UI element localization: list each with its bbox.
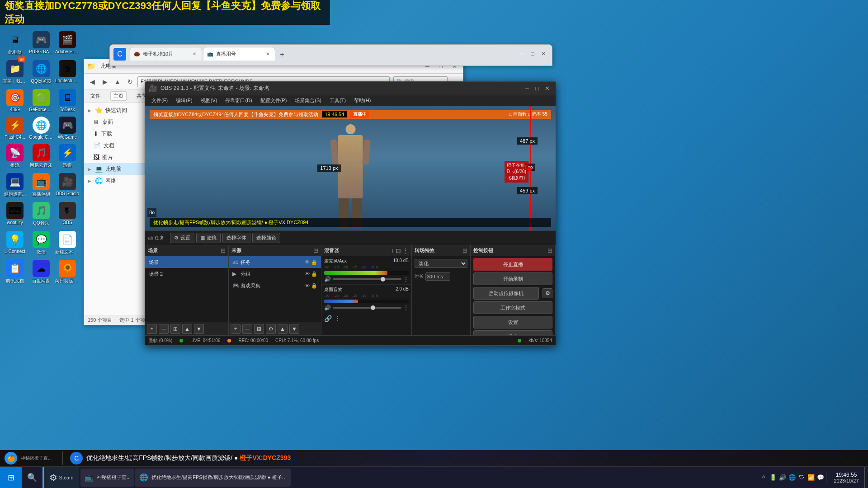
chrome-tab-2[interactable]: 📺 直播用号 ✕: [203, 47, 275, 61]
chrome-maximize-btn[interactable]: □: [528, 49, 538, 59]
obs-sources-add-btn[interactable]: +: [231, 324, 241, 334]
obs-mixer-del-icon[interactable]: ⊟: [396, 247, 401, 254]
exp-up-btn[interactable]: ▲: [112, 76, 123, 87]
icon-sunflower[interactable]: 🌻 向日葵远程控制: [55, 258, 80, 286]
icon-flashc4[interactable]: ⚡ FlashC4...: [2, 115, 28, 141]
obs-scene-item-2[interactable]: 场景 2: [145, 268, 228, 280]
icon-complete[interactable]: 完! 📁 完美！我被...: [2, 58, 28, 86]
taskbar-steam-item[interactable]: ⚙ Steam: [42, 467, 79, 488]
obs-menu-scene[interactable]: 场景集合(S): [291, 96, 325, 105]
obs-sources-down-btn[interactable]: ▼: [289, 324, 299, 334]
obs-controls-collapse-icon[interactable]: ⊟: [547, 247, 552, 254]
taskbar-start-btn[interactable]: ⊞: [0, 467, 22, 488]
exp-forward-btn[interactable]: ▶: [99, 76, 110, 87]
chrome-tab-1[interactable]: 🌰 榛子礼物10月 ✕: [130, 47, 202, 61]
icon-163music[interactable]: 🎵 网易云音乐: [28, 142, 54, 170]
notif-volume-icon[interactable]: 🔊: [778, 474, 787, 482]
obs-scenes-up-btn[interactable]: ▲: [182, 324, 192, 334]
taskbar-item-zhibo[interactable]: 📺 神秘痞橙子直...: [80, 469, 134, 487]
icon-todesk[interactable]: 🖥 ToDesk: [55, 87, 80, 114]
notif-chat-icon[interactable]: 💬: [816, 474, 825, 482]
obs-close-btn[interactable]: ✕: [542, 84, 552, 94]
icon-tuili[interactable]: 📡 推流: [2, 142, 28, 170]
icon-wootility[interactable]: ⌨ wootility: [2, 200, 28, 228]
obs-transitions-collapse-icon[interactable]: ⊟: [462, 247, 467, 254]
icon-newtxt[interactable]: 📄 新建文本文档.txt: [55, 229, 80, 257]
icon-obs-old[interactable]: 🎙 OBS: [55, 200, 80, 228]
obs-mixer-link-icon[interactable]: 🔗: [324, 315, 332, 322]
obs-mixer-desktop-vol-icon[interactable]: 🔊: [324, 305, 331, 311]
taskbar-clock[interactable]: 19:46:55 2023/10/27: [828, 472, 864, 483]
obs-scenes-grid-btn[interactable]: ⊞: [170, 324, 180, 334]
icon-qqmusic[interactable]: 🎵 QQ音乐: [28, 200, 54, 228]
obs-scenes-add-btn[interactable]: +: [147, 324, 157, 334]
obs-maximize-btn[interactable]: □: [532, 84, 542, 94]
obs-settings-main-btn[interactable]: 设置: [473, 316, 552, 328]
obs-transition-type-select[interactable]: 淡化: [415, 259, 467, 268]
obs-source1-eye-icon[interactable]: 👁: [305, 259, 310, 265]
exp-back-btn[interactable]: ◀: [87, 76, 98, 87]
obs-mixer-settings-icon[interactable]: ⋮: [335, 315, 341, 322]
obs-color-btn[interactable]: 选择颜色: [252, 233, 280, 243]
icon-4399[interactable]: 🎯 4399: [2, 87, 28, 114]
obs-scenes-del-btn[interactable]: ─: [159, 324, 169, 334]
obs-menu-file[interactable]: 文件(F): [148, 96, 171, 105]
obs-transition-dur-input[interactable]: [425, 272, 450, 281]
obs-source3-lock-icon[interactable]: 🔒: [311, 283, 317, 289]
notif-network-icon[interactable]: 🌐: [788, 474, 796, 482]
obs-menu-tools[interactable]: 工具(T): [326, 96, 349, 105]
icon-baidu-pan[interactable]: ☁ 百度网盘: [28, 258, 54, 286]
exp-tab-file[interactable]: 文件: [88, 92, 103, 100]
obs-scenes-collapse-icon[interactable]: ⊟: [221, 247, 226, 254]
obs-menu-dock[interactable]: 停靠窗口(D): [222, 96, 255, 105]
obs-start-recording-btn[interactable]: 开始录制: [473, 272, 552, 285]
chrome-tab2-close[interactable]: ✕: [264, 50, 271, 57]
obs-menu-help[interactable]: 帮助(H): [350, 96, 374, 105]
obs-studio-mode-btn[interactable]: 工作室模式: [473, 301, 552, 314]
icon-此电脑[interactable]: 🖥 此电脑: [2, 29, 28, 57]
obs-source-item-3[interactable]: 🎮 游戏采集 👁 🔒: [229, 280, 321, 291]
obs-mixer-desktop-menu-icon[interactable]: ⋮: [403, 305, 409, 311]
obs-mixer-mic-vol-icon[interactable]: 🔊: [324, 276, 331, 282]
obs-source-item-1[interactable]: ab 任务 👁 🔒: [229, 256, 321, 268]
taskbar-show-desktop-btn[interactable]: [864, 467, 868, 488]
obs-source-item-2[interactable]: ▶ 分组 👁 🔒: [229, 268, 321, 280]
obs-quit-btn[interactable]: 退出: [473, 330, 552, 335]
obs-settings-btn[interactable]: ⚙ 设置: [170, 233, 194, 243]
notif-wifi-icon[interactable]: 📶: [807, 474, 815, 482]
icon-tencent-doc[interactable]: 📋 腾讯文档: [2, 258, 28, 286]
obs-source1-lock-icon[interactable]: 🔒: [311, 259, 317, 265]
obs-mixer-add-icon[interactable]: +: [391, 247, 394, 254]
obs-sources-collapse-icon[interactable]: ⊟: [313, 247, 318, 254]
obs-mixer-desktop-slider[interactable]: [333, 307, 401, 309]
obs-font-btn[interactable]: 选择字体: [222, 233, 250, 243]
chrome-new-tab-btn[interactable]: +: [276, 49, 288, 61]
obs-sources-del-btn[interactable]: ─: [242, 324, 252, 334]
icon-wechat[interactable]: 💬 微信: [28, 229, 54, 257]
obs-minimize-btn[interactable]: ─: [522, 84, 532, 94]
icon-geforce[interactable]: 🟢 GeForce Experience: [28, 87, 54, 114]
obs-sources-grid-btn[interactable]: ⊞: [254, 324, 264, 334]
obs-filters-btn[interactable]: ▦ 滤镜: [196, 233, 221, 243]
icon-zhibo-ban[interactable]: 📺 直播伴侣: [28, 171, 54, 199]
obs-scene-item-1[interactable]: 场景: [145, 256, 228, 268]
icon-pubg[interactable]: 🎮 PUBG BATTLEG...: [28, 29, 54, 57]
obs-sources-up-btn[interactable]: ▲: [278, 324, 288, 334]
exp-tab-home[interactable]: 主页: [110, 91, 127, 101]
obs-source2-lock-icon[interactable]: 🔒: [311, 271, 317, 277]
icon-google-chrome[interactable]: 🌐 Google Chrome: [28, 115, 54, 141]
exp-refresh-btn[interactable]: ↻: [125, 76, 136, 87]
taskbar-search-btn[interactable]: 🔍: [23, 469, 42, 486]
taskbar-item-chrome[interactable]: 🌐 优化绝地求生/提高FPS帧数/脚步放大/同款画质滤镜/ ● 橙子VX:DYC…: [135, 469, 291, 487]
icon-xunlei[interactable]: ⚡ 迅雷: [55, 142, 80, 170]
icon-jiankang[interactable]: 💻 健康迅雷...: [2, 171, 28, 199]
icon-obs-studio[interactable]: 🎥 OBS Studio: [55, 171, 80, 199]
notif-battery-icon[interactable]: 🔋: [769, 474, 777, 482]
icon-wegame[interactable]: 🎮 WeGame: [55, 115, 80, 141]
chrome-minimize-btn[interactable]: ─: [517, 49, 527, 59]
icon-adobe[interactable]: 🎬 Adobe Premie...: [55, 29, 80, 57]
obs-source3-eye-icon[interactable]: 👁: [305, 283, 310, 289]
icon-logitech[interactable]: 🖱 Logitech G HUB: [55, 58, 80, 86]
notif-up-icon[interactable]: ^: [760, 474, 768, 482]
obs-scenes-down-btn[interactable]: ▼: [194, 324, 204, 334]
